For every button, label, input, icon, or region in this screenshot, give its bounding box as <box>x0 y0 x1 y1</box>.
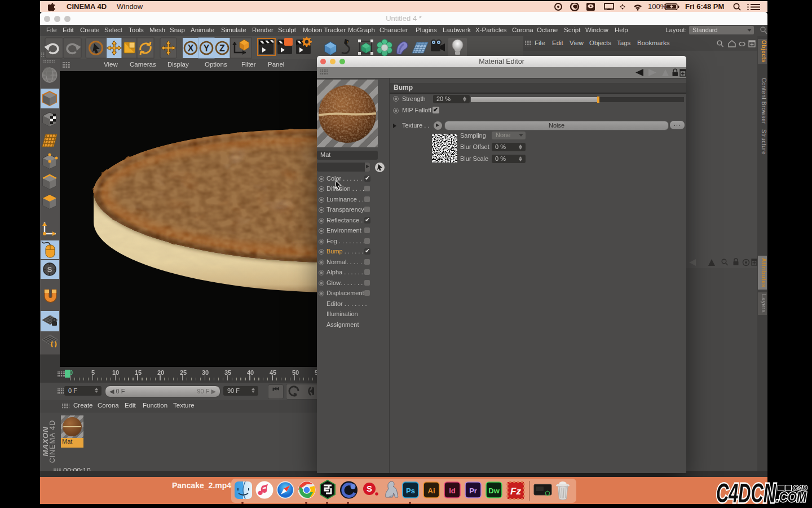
svg-text:Dw: Dw <box>488 487 500 495</box>
svg-text:C4D: C4D <box>793 484 807 492</box>
svg-text:Fz: Fz <box>510 486 521 497</box>
svg-text:X: X <box>188 43 194 53</box>
svg-text:Ps: Ps <box>406 487 415 495</box>
svg-text:Id: Id <box>449 487 456 495</box>
svg-text:Ai: Ai <box>428 487 435 495</box>
svg-text:Z: Z <box>219 43 225 53</box>
svg-text:Pr: Pr <box>469 487 477 495</box>
svg-text:S: S <box>367 484 372 493</box>
svg-text:Y: Y <box>204 43 210 53</box>
svg-text:C4DCN: C4DCN <box>716 479 776 508</box>
svg-text:S: S <box>47 265 52 274</box>
